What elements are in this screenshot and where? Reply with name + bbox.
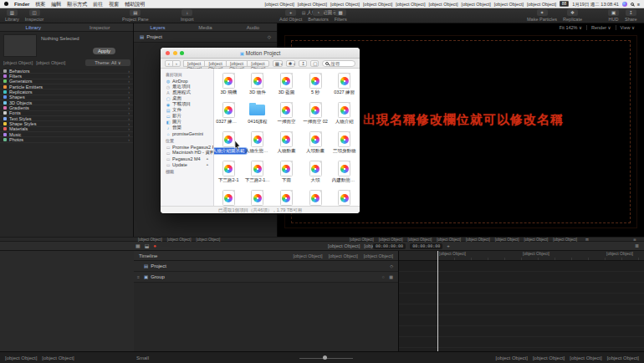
bottom-bar-icon[interactable]: [object Object] <box>570 355 601 360</box>
import-button[interactable]: ↓ Import <box>181 9 194 22</box>
file-item[interactable]: 3D 物件 <box>243 70 272 100</box>
show-timeline-icon[interactable]: ▦ <box>135 242 141 251</box>
tab-media[interactable]: Media <box>181 23 229 31</box>
view-mode-button[interactable]: [object Object] <box>183 60 205 67</box>
file-item[interactable]: 內建動態樣板 05 <box>330 187 359 206</box>
theme-dropdown[interactable]: Theme: All ∨ <box>85 59 130 66</box>
status-icon[interactable]: [object Object] <box>298 0 327 8</box>
bottom-bar-icon[interactable]: [object Object] <box>533 355 565 360</box>
transport-button[interactable]: [object Object] <box>328 242 360 251</box>
close-button[interactable] <box>166 51 170 55</box>
toolbar-button[interactable]: ↥ Share <box>625 9 637 22</box>
zoom-level-dropdown[interactable]: Fit 142% ∨ <box>555 25 586 30</box>
file-item[interactable]: 人物動畫 <box>272 129 300 158</box>
sidebar-item[interactable]: ◉ 下載項目 <box>161 101 213 107</box>
timing-options-icon[interactable]: ≣ <box>635 242 639 251</box>
status-icon[interactable]: [object Object] <box>428 0 457 8</box>
sidebar-item[interactable]: ▭ Macintosh HD - 資料 <box>161 150 213 156</box>
library-view-icon[interactable]: [object Object] <box>3 60 33 65</box>
zoom-slider-thumb[interactable] <box>323 355 327 360</box>
render-dropdown[interactable]: Render ∨ <box>586 25 616 30</box>
clock[interactable]: 1月19日 週二 13:08:41 <box>572 0 619 8</box>
timeline-layer-row[interactable]: ▤ Project ◇ <box>134 261 398 272</box>
bottom-bar-icon[interactable]: [object Object] <box>42 355 74 360</box>
library-view-icon[interactable]: [object Object] <box>36 60 65 65</box>
spotlight-icon[interactable] <box>631 3 634 6</box>
file-item[interactable]: 人頭動畫 <box>301 129 330 158</box>
forward-button[interactable]: › <box>172 60 181 67</box>
finder-title-bar[interactable]: ▣Motion Project <box>161 48 360 59</box>
file-item[interactable]: 內建動態樣板 04 <box>301 187 330 206</box>
sidebar-item[interactable]: ◧ 圖片 <box>161 119 213 125</box>
tags-button[interactable]: ▢ <box>310 60 319 67</box>
file-item[interactable]: 三頭身動物 <box>330 129 359 158</box>
sidebar-item[interactable]: ▭ Promise Pegasus2 R6 ▴ <box>161 144 213 150</box>
zoom-button[interactable] <box>180 51 184 55</box>
file-item[interactable]: 人物介紹 <box>330 100 359 129</box>
battery-indicator[interactable]: 88 <box>560 1 569 7</box>
bottom-bar-icon[interactable]: [object Object] <box>607 355 639 360</box>
toolbar-button[interactable]: ◔ Behaviors <box>308 9 328 22</box>
file-item[interactable]: 內建動態樣板 <box>330 158 359 187</box>
file-item[interactable]: 人物生態範例圖 <box>243 129 272 158</box>
file-item[interactable]: 0327 練習 <box>330 70 359 100</box>
minimize-button[interactable] <box>173 51 177 55</box>
sidebar-item[interactable]: ▤ 文件 <box>161 107 213 113</box>
status-icon[interactable]: [object Object] <box>363 0 392 8</box>
status-icon[interactable]: [object Object] <box>330 0 360 8</box>
sidebar-item[interactable]: ◍ AirDrop <box>161 78 213 84</box>
menu-edit[interactable]: 編輯 <box>51 0 61 8</box>
bottom-bar-icon[interactable]: [object Object] <box>5 355 37 360</box>
file-item[interactable]: 內建動態樣板 03 <box>272 187 300 206</box>
search-field[interactable] <box>322 60 355 67</box>
apply-button[interactable]: Apply <box>93 48 115 54</box>
toolbar-button[interactable]: ▣ HUD <box>608 9 619 22</box>
timeline-header-icon[interactable]: [object Object] <box>329 253 358 258</box>
action-button[interactable]: ✱∨ <box>286 60 296 67</box>
tab-library[interactable]: Library <box>0 23 67 31</box>
toolbar-button[interactable]: + Add Object <box>279 9 302 22</box>
view-dropdown[interactable]: View ∨ <box>616 25 639 30</box>
add-marker-icon[interactable]: + <box>447 242 450 251</box>
tab-audio[interactable]: Audio <box>229 23 277 31</box>
arrange-button[interactable]: ▦∨ <box>273 60 283 67</box>
camera-icon[interactable]: ◇ <box>268 34 271 39</box>
status-icon[interactable]: [object Object] <box>527 0 556 8</box>
tab-inspector[interactable]: Inspector <box>67 23 134 31</box>
file-item[interactable]: 下三路2-1字幕 <box>243 158 272 187</box>
file-item[interactable]: 下三路2-1 <box>214 158 243 187</box>
status-icon[interactable]: [object Object] <box>265 0 294 8</box>
status-icon[interactable]: [object Object] <box>462 0 491 8</box>
toolbar-button[interactable]: ✦ Make Particles <box>527 9 557 22</box>
status-icon[interactable]: [object Object] <box>494 0 524 8</box>
sidebar-item[interactable]: ◷ 最近項目 <box>161 84 213 89</box>
current-timecode[interactable]: 00:00:00:00 <box>373 243 406 249</box>
file-item[interactable]: 一掃而空 02 <box>301 100 330 129</box>
eject-icon[interactable]: ▴ <box>207 162 208 166</box>
timeline-layer-row[interactable]: ≡ ▣ Group ○ ▩ <box>134 272 398 283</box>
show-keyframes-icon[interactable]: ⬓ <box>145 242 150 251</box>
view-mode-button[interactable]: [object Object] <box>226 60 248 67</box>
sidebar-item[interactable]: ▭ 影片 <box>161 113 213 119</box>
bottom-bar-icon[interactable]: [object Object] <box>496 355 528 360</box>
menu-view[interactable]: 顯示方式 <box>67 0 87 8</box>
sidebar-item[interactable]: ▢ 桌面 <box>161 95 213 101</box>
project-pane-button[interactable]: ▤ Project Pane <box>122 9 149 22</box>
timeline-header-icon[interactable]: [object Object] <box>293 253 322 258</box>
toolbar-button[interactable]: ❖ Replicate <box>563 9 582 22</box>
file-item[interactable]: 3D 飛機 <box>214 70 243 100</box>
toolbar-button[interactable]: ▥ Library <box>5 9 19 22</box>
menu-window[interactable]: 視窗 <box>109 0 119 8</box>
toolbar-button[interactable]: ▩ Filters <box>335 9 347 22</box>
file-item[interactable]: 內建動態樣板 02 <box>243 187 272 206</box>
view-mode-button[interactable]: [object Object] <box>204 60 226 67</box>
toolbar-button[interactable]: ◫ Inspector <box>25 9 44 22</box>
layers-project-row[interactable]: ▤ Project ◇ <box>134 32 277 43</box>
file-item[interactable]: 大頭 <box>301 158 330 187</box>
timeline-header-icon[interactable]: [object Object] <box>364 253 393 258</box>
menu-help[interactable]: 輔助說明 <box>125 0 145 8</box>
layer-status-icons[interactable]: ◇ <box>390 263 395 268</box>
file-item[interactable]: 0327 練習 02 <box>214 100 243 129</box>
eject-icon[interactable]: ▴ <box>207 156 208 161</box>
file-item[interactable]: 下雨 <box>272 158 300 187</box>
